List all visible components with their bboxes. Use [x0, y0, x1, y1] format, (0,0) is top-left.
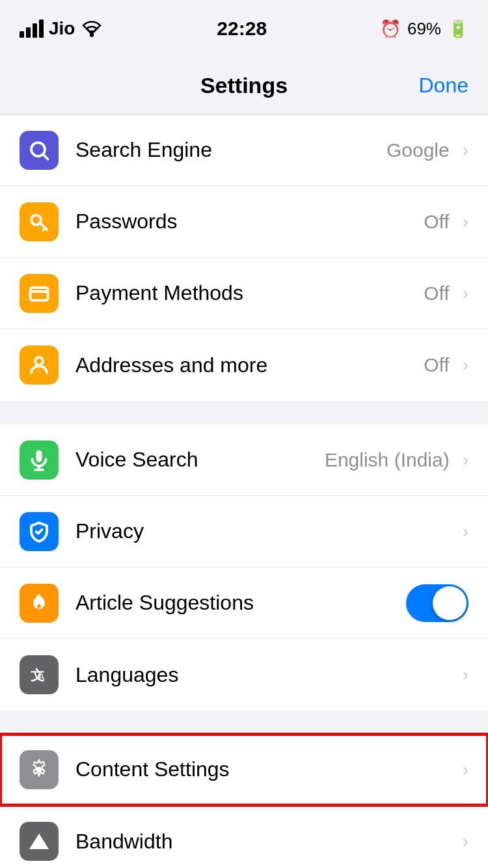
- addresses-value: Off: [424, 354, 449, 376]
- article-suggestions-toggle[interactable]: [406, 584, 468, 622]
- row-privacy[interactable]: Privacy ›: [0, 496, 488, 567]
- bandwidth-label: Bandwidth: [75, 830, 460, 854]
- svg-point-8: [35, 357, 43, 365]
- passwords-label: Passwords: [75, 210, 424, 234]
- svg-rect-6: [31, 288, 48, 301]
- row-languages[interactable]: 文 A Languages ›: [0, 639, 488, 711]
- svg-point-14: [36, 766, 42, 772]
- bandwidth-chevron: ›: [463, 831, 468, 852]
- row-search-engine[interactable]: Search Engine Google ›: [0, 115, 488, 186]
- status-right-icons: ⏰ 69% 🔋: [380, 19, 468, 39]
- row-article-suggestions[interactable]: Article Suggestions: [0, 567, 488, 639]
- search-engine-value: Google: [386, 139, 450, 161]
- row-addresses[interactable]: Addresses and more Off ›: [0, 329, 488, 401]
- section-search-passwords: Search Engine Google › Passwords Off › P…: [0, 115, 488, 401]
- svg-line-2: [44, 154, 48, 159]
- signal-icon: [20, 20, 44, 38]
- addresses-label: Addresses and more: [75, 353, 424, 377]
- status-bar: Jio 22:28 ⏰ 69% 🔋: [0, 0, 488, 57]
- row-bandwidth[interactable]: Bandwidth ›: [0, 806, 488, 868]
- addresses-chevron: ›: [463, 355, 468, 375]
- languages-label: Languages: [75, 663, 460, 687]
- payment-methods-label: Payment Methods: [75, 281, 424, 305]
- passwords-icon: [20, 202, 59, 241]
- search-engine-label: Search Engine: [75, 138, 386, 162]
- voice-search-icon: [20, 441, 59, 480]
- done-button[interactable]: Done: [419, 74, 469, 98]
- svg-marker-15: [29, 834, 49, 849]
- row-passwords[interactable]: Passwords Off ›: [0, 186, 488, 258]
- content-settings-icon: [20, 750, 59, 789]
- carrier-name: Jio: [49, 18, 75, 39]
- carrier-signal: Jio: [20, 18, 103, 39]
- search-engine-icon: [20, 131, 59, 170]
- section-gap-2: [0, 711, 488, 734]
- voice-search-chevron: ›: [463, 450, 468, 470]
- status-time: 22:28: [217, 18, 267, 40]
- svg-line-5: [43, 228, 45, 231]
- toggle-circle: [433, 586, 467, 620]
- payment-methods-value: Off: [424, 282, 449, 305]
- privacy-chevron: ›: [463, 521, 468, 542]
- content-settings-chevron: ›: [463, 759, 468, 780]
- section-gap-1: [0, 401, 488, 424]
- page-title: Settings: [200, 73, 288, 98]
- svg-point-0: [90, 33, 94, 37]
- privacy-icon: [20, 512, 59, 551]
- bandwidth-icon: [20, 822, 59, 861]
- payment-methods-icon: [20, 274, 59, 313]
- page-header: Settings Done: [0, 57, 488, 115]
- alarm-icon: ⏰: [380, 19, 401, 39]
- section-voice-privacy: Voice Search English (India) › Privacy ›…: [0, 424, 488, 711]
- payment-methods-chevron: ›: [463, 283, 468, 304]
- search-engine-chevron: ›: [463, 140, 468, 161]
- voice-search-label: Voice Search: [75, 448, 325, 472]
- row-voice-search[interactable]: Voice Search English (India) ›: [0, 424, 488, 496]
- languages-icon: 文 A: [20, 655, 59, 694]
- section-content-bandwidth: Content Settings › Bandwidth ›: [0, 734, 488, 868]
- content-settings-label: Content Settings: [75, 757, 460, 781]
- passwords-value: Off: [424, 211, 449, 233]
- addresses-icon: [20, 346, 59, 385]
- passwords-chevron: ›: [463, 211, 468, 232]
- wifi-icon: [80, 20, 103, 38]
- svg-text:A: A: [38, 671, 45, 682]
- row-content-settings[interactable]: Content Settings ›: [0, 734, 488, 806]
- privacy-label: Privacy: [75, 519, 460, 543]
- voice-search-value: English (India): [325, 449, 450, 471]
- battery-icon: 🔋: [448, 19, 468, 39]
- svg-rect-9: [36, 450, 42, 462]
- row-payment-methods[interactable]: Payment Methods Off ›: [0, 258, 488, 329]
- languages-chevron: ›: [463, 664, 468, 685]
- article-suggestions-label: Article Suggestions: [75, 591, 406, 615]
- article-suggestions-icon: [20, 584, 59, 623]
- battery-percent: 69%: [407, 19, 441, 39]
